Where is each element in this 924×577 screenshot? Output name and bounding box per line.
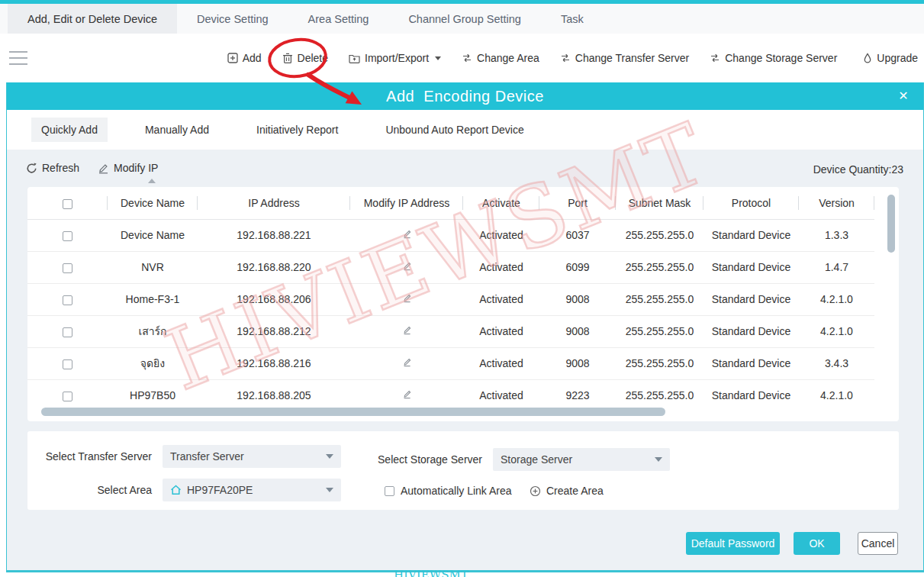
cell-version: 1.4.7 xyxy=(799,251,874,283)
delete-button[interactable]: Delete xyxy=(282,52,328,64)
cell-activate: Activated xyxy=(463,315,539,347)
pencil-icon xyxy=(401,388,413,400)
device-table-body: Device Name192.168.88.221Activated603725… xyxy=(27,219,874,411)
pencil-icon xyxy=(401,356,413,368)
toolbar: Add Delete Import/Export Change Area Cha… xyxy=(0,34,924,82)
row-checkbox[interactable] xyxy=(63,359,72,369)
cell-protocol: Standard Device xyxy=(703,219,799,251)
cell-protocol: Standard Device xyxy=(703,251,799,283)
cell-protocol: Standard Device xyxy=(703,379,799,411)
col-device-name[interactable]: Device Name xyxy=(108,187,198,219)
tab-quickly-add[interactable]: Quickly Add xyxy=(31,118,108,142)
add-button[interactable]: Add xyxy=(227,52,262,64)
pencil-icon xyxy=(401,292,413,304)
cell-protocol: Standard Device xyxy=(703,347,799,379)
cell-ip-address: 192.168.88.205 xyxy=(198,379,350,411)
modify-ip-pencil-icon[interactable] xyxy=(401,324,413,338)
chevron-down-icon xyxy=(326,488,333,492)
modify-ip-pencil-icon[interactable] xyxy=(401,356,413,370)
cell-device-name: HP97B50 xyxy=(108,379,198,411)
modify-ip-pencil-icon[interactable] xyxy=(401,388,413,402)
col-activate[interactable]: Activate xyxy=(463,187,539,219)
table-row: Home-F3-1192.168.88.206Activated9008255.… xyxy=(27,283,874,315)
cell-ip-address: 192.168.88.221 xyxy=(198,219,350,251)
menu-icon[interactable] xyxy=(9,51,27,65)
upgrade-label: Upgrade xyxy=(877,52,918,64)
vertical-scrollbar[interactable] xyxy=(887,195,895,253)
cell-port: 9008 xyxy=(539,315,616,347)
tab-add-edit-delete-device[interactable]: Add, Edit or Delete Device xyxy=(8,4,177,34)
close-icon[interactable]: ✕ xyxy=(893,82,914,110)
row-checkbox[interactable] xyxy=(63,263,72,273)
add-encoding-device-dialog: Add Encoding Device ✕ Quickly Add Manual… xyxy=(6,82,924,572)
tab-initiatively-report[interactable]: Initiatively Report xyxy=(246,118,348,142)
pencil-icon xyxy=(98,163,109,174)
import-export-button[interactable]: Import/Export xyxy=(349,52,441,64)
refresh-button[interactable]: Refresh xyxy=(26,162,79,174)
tab-area-setting[interactable]: Area Setting xyxy=(288,4,389,34)
col-version[interactable]: Version xyxy=(799,187,874,219)
cell-subnet-mask: 255.255.255.0 xyxy=(616,283,703,315)
tab-label: Channel Group Setting xyxy=(408,13,521,25)
cell-device-name: Device Name xyxy=(108,219,198,251)
cell-device-name: NVR xyxy=(108,251,198,283)
pencil-icon xyxy=(401,260,413,272)
cell-device-name: Home-F3-1 xyxy=(108,283,198,315)
change-area-button[interactable]: Change Area xyxy=(462,52,539,64)
row-checkbox[interactable] xyxy=(63,295,72,305)
select-transfer-server-label: Select Transfer Server xyxy=(27,445,152,468)
cell-port: 6099 xyxy=(539,251,616,283)
col-modify-ip-address[interactable]: Modify IP Address xyxy=(350,187,463,219)
tab-label: Unbound Auto Report Device xyxy=(385,124,523,136)
row-checkbox[interactable] xyxy=(63,392,72,401)
cell-port: 9223 xyxy=(539,379,616,411)
row-checkbox[interactable] xyxy=(63,231,72,241)
change-storage-server-label: Change Storage Server xyxy=(725,52,837,64)
col-subnet-mask[interactable]: Subnet Mask xyxy=(616,187,703,219)
cell-version: 3.4.3 xyxy=(799,347,874,379)
automatically-link-area-checkbox[interactable]: Automatically Link Area xyxy=(385,485,512,497)
modify-ip-pencil-icon[interactable] xyxy=(401,292,413,306)
default-password-button[interactable]: Default Password xyxy=(686,532,780,555)
sort-up-icon[interactable] xyxy=(148,179,156,183)
row-checkbox[interactable] xyxy=(63,327,72,337)
horizontal-scrollbar[interactable] xyxy=(41,408,665,416)
cell-device-name: จุดยิง xyxy=(108,347,198,379)
storage-server-select[interactable]: Storage Server xyxy=(493,448,670,471)
select-all-checkbox[interactable] xyxy=(63,199,72,209)
cell-version: 4.2.1.0 xyxy=(799,283,874,315)
tab-manually-add[interactable]: Manually Add xyxy=(135,118,219,142)
tab-unbound-auto-report-device[interactable]: Unbound Auto Report Device xyxy=(375,118,533,142)
tab-channel-group-setting[interactable]: Channel Group Setting xyxy=(388,4,541,34)
modify-ip-button[interactable]: Modify IP xyxy=(98,162,158,174)
select-all-header[interactable] xyxy=(27,187,108,219)
table-actions: Refresh Modify IP xyxy=(26,162,158,174)
col-protocol[interactable]: Protocol xyxy=(703,187,799,219)
transfer-server-select[interactable]: Transfer Server xyxy=(163,445,341,468)
modify-ip-pencil-icon[interactable] xyxy=(401,228,413,242)
col-port[interactable]: Port xyxy=(539,187,616,219)
col-ip-address[interactable]: IP Address xyxy=(198,187,350,219)
create-area-button[interactable]: Create Area xyxy=(530,485,604,497)
circle-plus-icon xyxy=(530,485,541,497)
tab-task[interactable]: Task xyxy=(541,4,604,34)
cell-ip-address: 192.168.88.206 xyxy=(198,283,350,315)
modify-ip-pencil-icon[interactable] xyxy=(401,260,413,274)
change-storage-server-button[interactable]: Change Storage Server xyxy=(710,52,837,64)
change-transfer-server-button[interactable]: Change Transfer Server xyxy=(560,52,689,64)
tab-label: Device Setting xyxy=(197,13,269,25)
cell-subnet-mask: 255.255.255.0 xyxy=(616,347,703,379)
caret-down-icon xyxy=(435,56,441,60)
area-select[interactable]: HP97FA20PE xyxy=(163,479,341,501)
main-tab-bar: Add, Edit or Delete Device Device Settin… xyxy=(0,4,924,34)
tab-label: Add, Edit or Delete Device xyxy=(27,13,157,25)
checkbox[interactable] xyxy=(385,486,394,496)
ok-button[interactable]: OK xyxy=(794,532,840,555)
upgrade-button[interactable]: Upgrade xyxy=(863,52,918,64)
cancel-button[interactable]: Cancel xyxy=(858,532,898,555)
dialog-title: Add Encoding Device xyxy=(7,82,923,110)
chevron-down-icon xyxy=(326,454,333,459)
tab-device-setting[interactable]: Device Setting xyxy=(177,4,288,34)
table-header-row: Device Name IP Address Modify IP Address… xyxy=(27,187,874,219)
add-label: Add xyxy=(243,52,262,64)
